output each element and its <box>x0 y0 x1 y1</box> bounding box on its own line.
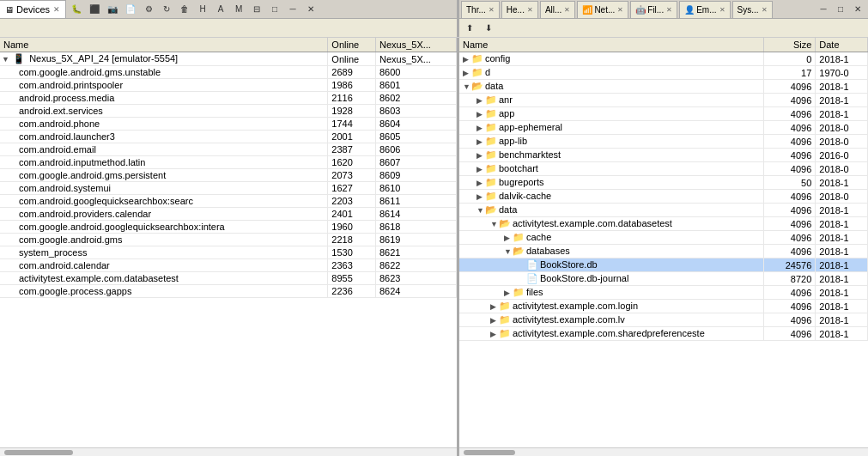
file-row[interactable]: ▼📂data 4096 2018-1 <box>459 204 868 217</box>
file-row[interactable]: ▶📁config 0 2018-1 <box>459 52 868 66</box>
minimize-btn[interactable]: ─ <box>284 1 301 18</box>
net-tab[interactable]: 📶 Net... ✕ <box>577 1 628 18</box>
file-row[interactable]: ▶📁cache 4096 2018-1 <box>459 231 868 245</box>
file-row[interactable]: ▶📁benchmarktest 4096 2016-0 <box>459 149 868 162</box>
file-row[interactable]: ▼📂databases 4096 2018-1 <box>459 245 868 258</box>
folder-expand-icon[interactable]: ▼ <box>476 206 485 215</box>
file-row[interactable]: ▶📁app-lib 4096 2018-0 <box>459 135 868 149</box>
refresh-btn[interactable]: ↻ <box>158 1 175 18</box>
file-row[interactable]: ▶📁app 4096 2018-1 <box>459 107 868 121</box>
process-row[interactable]: android.process.media 2116 8602 <box>0 92 457 105</box>
stop-btn[interactable]: ⬛ <box>86 1 103 18</box>
hprof-btn[interactable]: H <box>194 1 211 18</box>
item-name: app <box>499 108 514 119</box>
folder-collapse-icon[interactable]: ▶ <box>476 96 485 105</box>
net-tab-close[interactable]: ✕ <box>617 6 623 14</box>
process-row[interactable]: com.google.android.gms.persistent 2073 8… <box>0 169 457 182</box>
sys-tab-close[interactable]: ✕ <box>762 6 768 14</box>
left-scrollbar[interactable] <box>0 447 457 456</box>
device-expand-icon[interactable]: ▼ <box>2 55 10 64</box>
process-port: 8603 <box>375 105 456 118</box>
process-row[interactable]: android.ext.services 1928 8603 <box>0 105 457 118</box>
folder-expand-icon[interactable]: ▼ <box>463 82 471 91</box>
folder-collapse-icon[interactable]: ▶ <box>476 179 485 187</box>
settings-btn[interactable]: ⚙ <box>140 1 157 18</box>
file-row[interactable]: ▶📁app-ephemeral 4096 2018-0 <box>459 121 868 135</box>
process-row[interactable]: com.android.email 2387 8606 <box>0 143 457 156</box>
file-row[interactable]: ▶📁d 17 1970-0 <box>459 66 868 80</box>
process-row[interactable]: activitytest.example.com.databasetest 89… <box>0 272 457 285</box>
alloc-btn[interactable]: A <box>212 1 229 18</box>
folder-collapse-icon[interactable]: ▶ <box>476 110 485 119</box>
process-row[interactable]: com.android.inputmethod.latin 1620 8607 <box>0 156 457 169</box>
maximize-window-btn[interactable]: □ <box>832 2 849 17</box>
devices-tab[interactable]: 🖥 Devices ✕ <box>0 0 66 18</box>
screenshot-btn[interactable]: 📷 <box>104 1 121 18</box>
file-row[interactable]: ▶📁anr 4096 2018-1 <box>459 94 868 107</box>
process-row[interactable]: com.google.android.googlequicksearchbox:… <box>0 221 457 234</box>
file-row[interactable]: 📄BookStore.db-journal 8720 2018-1 <box>459 272 868 286</box>
folder-collapse-icon[interactable]: ▶ <box>476 165 485 173</box>
emulator-tab-close[interactable]: ✕ <box>719 6 725 14</box>
file-row[interactable]: ▼📂activitytest.example.com.databasetest … <box>459 217 868 231</box>
close-btn[interactable]: ✕ <box>302 1 319 18</box>
file-row[interactable]: ▶📁activitytest.example.com.lv 4096 2018-… <box>459 313 868 327</box>
process-pid: 2236 <box>328 285 376 298</box>
heap-tab[interactable]: He... ✕ <box>501 1 538 18</box>
process-row[interactable]: com.google.process.gapps 2236 8624 <box>0 285 457 298</box>
process-row[interactable]: com.google.android.gms.unstable 2689 860… <box>0 66 457 79</box>
file-tab-close[interactable]: ✕ <box>666 6 672 14</box>
device-row[interactable]: ▼ 📱 Nexus_5X_API_24 [emulator-5554] Onli… <box>0 52 457 66</box>
file-row[interactable]: ▶📁bootchart 4096 2018-0 <box>459 162 868 176</box>
file-row[interactable]: ▼📂data 4096 2018-1 <box>459 80 868 94</box>
process-row[interactable]: system_process 1530 8621 <box>0 246 457 259</box>
folder-collapse-icon[interactable]: ▶ <box>476 137 485 146</box>
sys-tab[interactable]: Sys... ✕ <box>732 1 773 18</box>
process-row[interactable]: com.android.googlequicksearchbox:searc 2… <box>0 195 457 208</box>
file-row[interactable]: ▶📁bugreports 50 2018-1 <box>459 176 868 190</box>
thread-tab-close[interactable]: ✕ <box>489 6 495 14</box>
folder-collapse-icon[interactable]: ▶ <box>504 289 513 297</box>
window-btn[interactable]: □ <box>266 1 283 18</box>
folder-collapse-icon[interactable]: ▶ <box>463 69 471 77</box>
process-row[interactable]: com.android.calendar 2363 8622 <box>0 259 457 272</box>
right-scrollbar[interactable] <box>459 447 868 456</box>
method-btn[interactable]: M <box>230 1 247 18</box>
thread-tab[interactable]: Thr... ✕ <box>461 1 500 18</box>
file-row[interactable]: ▶📁files 4096 2018-1 <box>459 286 868 300</box>
process-row[interactable]: com.android.phone 1744 8604 <box>0 118 457 131</box>
dump-btn[interactable]: 📄 <box>122 1 139 18</box>
gc-btn[interactable]: 🗑 <box>176 1 193 18</box>
folder-collapse-icon[interactable]: ▶ <box>476 192 485 201</box>
folder-collapse-icon[interactable]: ▶ <box>476 151 485 160</box>
folder-collapse-icon[interactable]: ▶ <box>504 234 513 242</box>
pull-file-btn[interactable]: ⬆ <box>461 21 478 36</box>
folder-collapse-icon[interactable]: ▶ <box>490 316 499 325</box>
process-row[interactable]: com.android.printspooler 1986 8601 <box>0 79 457 92</box>
file-row[interactable]: ▶📁activitytest.example.com.sharedprefere… <box>459 327 868 341</box>
heap-tab-close[interactable]: ✕ <box>527 6 533 14</box>
collapse-btn[interactable]: ⊟ <box>248 1 265 18</box>
process-row[interactable]: com.google.android.gms 2218 8619 <box>0 234 457 246</box>
file-row[interactable]: 📄BookStore.db 24576 2018-1 <box>459 258 868 272</box>
file-row[interactable]: ▶📁dalvik-cache 4096 2018-0 <box>459 190 868 204</box>
process-row[interactable]: com.android.launcher3 2001 8605 <box>0 131 457 143</box>
folder-expand-icon[interactable]: ▼ <box>490 220 499 228</box>
alloc-tab[interactable]: All... ✕ <box>540 1 575 18</box>
push-file-btn[interactable]: ⬇ <box>480 21 497 36</box>
emulator-tab[interactable]: 👤 Em... ✕ <box>679 1 730 18</box>
folder-collapse-icon[interactable]: ▶ <box>463 55 471 64</box>
debug-btn[interactable]: 🐛 <box>68 1 85 18</box>
close-window-btn[interactable]: ✕ <box>849 2 866 17</box>
folder-collapse-icon[interactable]: ▶ <box>476 124 485 132</box>
file-tab[interactable]: 🤖 Fil... ✕ <box>630 1 677 18</box>
process-row[interactable]: com.android.systemui 1627 8610 <box>0 182 457 195</box>
file-row[interactable]: ▶📁activitytest.example.com.login 4096 20… <box>459 300 868 313</box>
minimize-window-btn[interactable]: ─ <box>815 2 832 17</box>
process-row[interactable]: com.android.providers.calendar 2401 8614 <box>0 208 457 221</box>
alloc-tab-close[interactable]: ✕ <box>564 6 570 14</box>
devices-tab-close[interactable]: ✕ <box>53 5 60 14</box>
folder-collapse-icon[interactable]: ▶ <box>490 302 499 311</box>
folder-expand-icon[interactable]: ▼ <box>504 247 513 256</box>
folder-collapse-icon[interactable]: ▶ <box>490 330 499 338</box>
